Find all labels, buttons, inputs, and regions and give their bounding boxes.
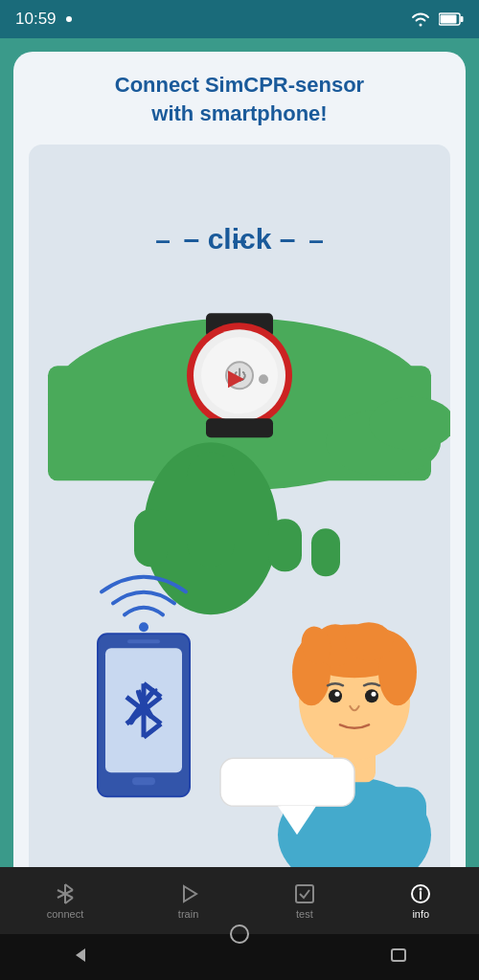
illustration-area: – – – – click – — [29, 145, 450, 913]
status-icons — [410, 11, 464, 27]
home-button[interactable] — [228, 946, 251, 969]
info-icon — [409, 882, 432, 905]
svg-rect-10 — [187, 453, 235, 568]
svg-marker-63 — [76, 948, 85, 962]
checkbox-icon — [293, 882, 316, 905]
svg-point-25 — [139, 623, 148, 633]
status-dot — [66, 16, 72, 22]
svg-point-47 — [365, 690, 378, 703]
svg-point-23 — [259, 375, 268, 385]
battery-icon — [439, 12, 464, 26]
nav-item-info[interactable]: info — [409, 882, 432, 920]
svg-point-49 — [372, 692, 376, 697]
svg-rect-35 — [127, 640, 160, 644]
svg-rect-13 — [311, 529, 340, 577]
nav-label-info: info — [412, 908, 429, 920]
svg-rect-50 — [220, 759, 354, 807]
nav-item-test[interactable]: test — [293, 882, 316, 920]
svg-text:– click –: – click – — [184, 224, 296, 256]
recents-button[interactable] — [388, 944, 411, 970]
svg-rect-1 — [441, 15, 457, 24]
svg-point-62 — [420, 887, 422, 890]
status-time: 10:59 — [15, 10, 57, 29]
svg-point-46 — [329, 690, 342, 703]
nav-item-train[interactable]: train — [177, 882, 200, 920]
svg-point-44 — [345, 623, 393, 661]
play-icon — [177, 882, 200, 905]
main-area: Connect SimCPR-sensor with smartphone! –… — [0, 38, 479, 934]
status-bar: 10:59 — [0, 0, 479, 38]
nav-label-train: train — [178, 908, 198, 920]
svg-line-54 — [65, 884, 73, 890]
nav-label-connect: connect — [47, 908, 84, 920]
svg-rect-2 — [461, 16, 464, 22]
svg-point-48 — [335, 692, 340, 697]
svg-rect-34 — [132, 778, 155, 786]
main-card: Connect SimCPR-sensor with smartphone! –… — [13, 52, 466, 913]
status-left: 10:59 — [15, 10, 72, 29]
svg-rect-24 — [206, 419, 273, 438]
svg-line-57 — [65, 898, 73, 903]
svg-rect-11 — [134, 510, 168, 568]
bluetooth-icon — [54, 882, 77, 905]
svg-text:–: – — [155, 226, 171, 256]
nav-label-test: test — [296, 908, 313, 920]
nav-item-connect[interactable]: connect — [47, 882, 84, 920]
wifi-icon — [410, 11, 431, 27]
svg-point-64 — [231, 925, 248, 943]
svg-marker-58 — [184, 886, 196, 902]
main-illustration: – – – – click – — [29, 145, 450, 913]
svg-rect-59 — [296, 885, 313, 902]
svg-rect-65 — [392, 949, 405, 961]
svg-rect-12 — [268, 520, 302, 572]
back-button[interactable] — [68, 944, 91, 970]
card-title: Connect SimCPR-sensor with smartphone! — [115, 71, 364, 127]
system-nav-bar — [0, 934, 479, 980]
svg-text:–: – — [308, 226, 324, 256]
